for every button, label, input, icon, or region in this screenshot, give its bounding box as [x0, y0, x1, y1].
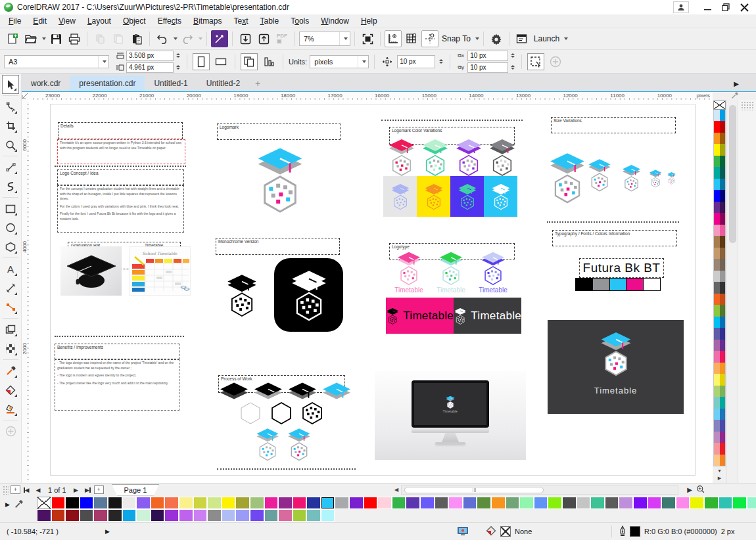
horizontal-scrollbar-thumb[interactable] [404, 487, 544, 493]
menu-object[interactable]: Object [117, 15, 152, 27]
menu-layout[interactable]: Layout [82, 15, 117, 27]
color-swatch[interactable] [720, 271, 726, 282]
color-swatch[interactable] [164, 509, 179, 522]
page-width-field[interactable]: 3.508 px [126, 51, 174, 61]
vertical-scrollbar[interactable] [726, 100, 738, 483]
document-tab-work-cdr[interactable]: work.cdr [22, 76, 70, 91]
statusbar-flyout-icon[interactable]: ▶ [105, 528, 110, 535]
import-button[interactable] [237, 30, 254, 47]
color-swatch[interactable] [491, 497, 506, 509]
color-swatch[interactable] [80, 497, 94, 509]
open-button[interactable] [22, 30, 39, 47]
redo-icon[interactable] [179, 30, 196, 47]
export-button[interactable] [255, 30, 272, 47]
close-button[interactable] [735, 1, 753, 13]
horizontal-ruler[interactable]: 2300022000210002000019000180001700016000… [29, 92, 713, 100]
pick-tool[interactable] [2, 75, 19, 94]
monochrome-app-icon[interactable] [274, 258, 343, 332]
menu-text[interactable]: Text [227, 15, 254, 27]
palette-flyout-arrow[interactable]: ▶ [5, 501, 10, 508]
color-swatch[interactable] [720, 328, 726, 339]
duplicate-x-field[interactable]: 10 px [467, 51, 508, 61]
color-swatch[interactable] [164, 497, 179, 509]
nudge-field[interactable]: 10 px [397, 55, 435, 68]
all-pages-button[interactable] [241, 53, 258, 70]
color-swatch[interactable] [122, 509, 137, 522]
horizontal-scrollbar[interactable]: ◀ [392, 485, 678, 495]
color-swatch[interactable] [222, 509, 236, 522]
color-swatch[interactable] [136, 497, 151, 509]
color-swatch[interactable] [534, 497, 548, 509]
colorvar-tiles-row[interactable] [383, 176, 517, 217]
color-swatch[interactable] [264, 509, 279, 522]
copy-icon[interactable] [110, 30, 127, 47]
zoom-tool-mini-icon[interactable] [696, 485, 705, 495]
color-swatch[interactable] [714, 397, 720, 408]
color-swatch[interactable] [714, 156, 720, 167]
restore-button[interactable] [717, 1, 735, 13]
undo-dropdown-arrow[interactable] [174, 37, 177, 40]
navigator-grip[interactable] [3, 485, 9, 495]
zoom-level-combo[interactable]: 7% [299, 32, 350, 46]
palette-scroll-down-icon[interactable]: ▼ [713, 466, 726, 474]
color-swatch[interactable] [720, 294, 726, 305]
options-gear-icon[interactable] [488, 30, 505, 47]
page-width-spinner[interactable] [175, 53, 181, 58]
color-swatch[interactable] [463, 497, 477, 509]
color-swatch[interactable] [704, 497, 719, 509]
menu-view[interactable]: View [53, 15, 82, 27]
menu-effects[interactable]: Effects [152, 15, 187, 27]
color-swatch[interactable] [720, 179, 726, 190]
concept-text-box[interactable]: For the concept I creates graduation stu… [57, 185, 184, 233]
document-tab-untitled-2[interactable]: Untitled-2 [197, 76, 249, 91]
color-swatch[interactable] [714, 317, 720, 328]
colorvar-logo-varGray[interactable] [487, 138, 517, 176]
crop-tool[interactable] [2, 116, 19, 135]
color-swatch[interactable] [435, 497, 449, 509]
color-swatch[interactable] [720, 420, 726, 431]
color-swatch[interactable] [420, 497, 435, 509]
smart-fill-tool[interactable] [2, 399, 19, 418]
menu-tools[interactable]: Tools [285, 15, 315, 27]
size-logo-1[interactable] [547, 146, 588, 209]
color-swatch[interactable] [108, 509, 122, 522]
dark-showcase-banner[interactable]: Timetable [548, 320, 684, 414]
page-size-value[interactable]: A3 [5, 58, 98, 66]
process-caps-row[interactable] [219, 382, 352, 399]
banner-row[interactable]: TimetableTimetable [386, 298, 521, 334]
color-swatch[interactable] [293, 497, 307, 509]
color-swatch[interactable] [377, 497, 392, 509]
process-piece-main[interactable] [286, 426, 312, 462]
benefits-text-box[interactable]: - The logo design was inspired on the na… [55, 359, 179, 411]
add-property-icon[interactable] [547, 53, 564, 70]
size-logo-5[interactable] [667, 171, 676, 185]
launch-label[interactable]: Launch [532, 34, 561, 43]
add-tools-icon[interactable] [2, 422, 19, 441]
new-document-button[interactable] [4, 30, 21, 47]
color-swatch[interactable] [51, 497, 66, 509]
portrait-button[interactable] [193, 53, 210, 70]
outline-color-swatch[interactable] [630, 526, 640, 537]
color-swatch[interactable] [207, 509, 222, 522]
view-guidelines-button[interactable] [421, 30, 438, 47]
color-swatch[interactable] [714, 340, 720, 351]
save-button[interactable] [47, 30, 64, 47]
color-swatch[interactable] [235, 497, 250, 509]
color-swatch[interactable] [714, 351, 720, 362]
page-height-field[interactable]: 4.961 px [126, 62, 174, 73]
redo-dropdown-arrow[interactable] [199, 37, 202, 40]
concept-label-box[interactable]: Logo Concept / Idea [57, 169, 184, 185]
color-swatch[interactable] [720, 190, 726, 201]
size-logo-4[interactable] [648, 169, 663, 188]
process-piece-hexBold[interactable] [270, 401, 293, 425]
color-swatch[interactable] [714, 213, 720, 224]
vertical-scrollbar-thumb[interactable] [729, 105, 736, 243]
snap-to-label[interactable]: Snap To [440, 34, 473, 43]
open-dropdown-arrow[interactable] [42, 37, 46, 40]
process-piece-procCapCyan[interactable] [321, 382, 352, 399]
color-swatch[interactable] [633, 497, 648, 509]
process-piece-procLogo1[interactable] [254, 426, 281, 462]
process-hexes-row[interactable] [239, 401, 323, 425]
color-swatch[interactable] [714, 432, 720, 443]
color-swatch[interactable] [151, 509, 165, 522]
